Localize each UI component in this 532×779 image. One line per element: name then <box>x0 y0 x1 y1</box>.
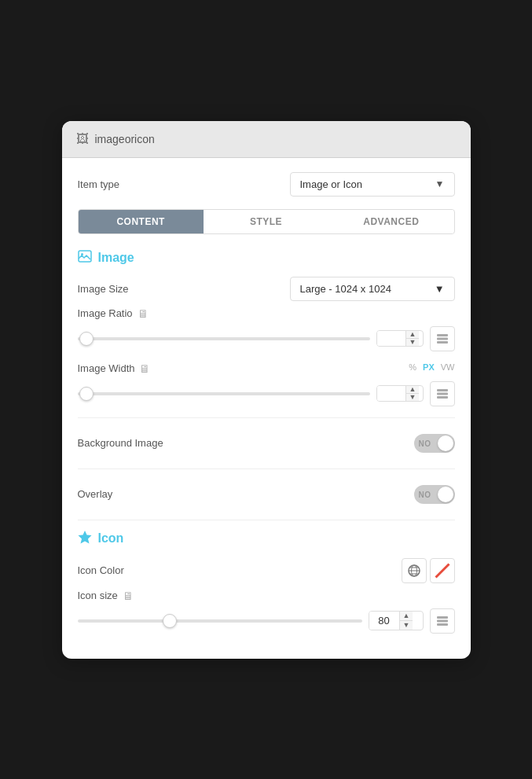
image-width-input[interactable] <box>377 386 405 401</box>
divider-1 <box>78 417 455 418</box>
image-ratio-track <box>78 337 370 340</box>
icon-size-spin-down[interactable]: ▼ <box>400 621 413 630</box>
item-type-value: Image or Icon <box>300 178 363 190</box>
icon-size-label: Icon size 🖥 <box>78 590 134 602</box>
icon-size-track <box>78 619 362 623</box>
icon-size-input[interactable]: 80 <box>369 612 399 630</box>
image-width-input-group: ▲ ▼ <box>376 385 424 402</box>
image-title-text: Image <box>98 251 134 265</box>
svg-rect-7 <box>437 396 448 399</box>
overlay-no-label: NO <box>419 490 431 498</box>
svg-rect-4 <box>437 341 448 344</box>
tab-advanced[interactable]: ADVANCED <box>328 210 453 233</box>
tabs-row: CONTENT STYLE ADVANCED <box>78 209 455 234</box>
background-image-track[interactable]: NO <box>414 434 455 453</box>
tab-content[interactable]: CONTENT <box>79 210 204 233</box>
icon-size-row: Icon size 🖥 <box>78 590 455 602</box>
image-width-track <box>78 392 370 395</box>
svg-rect-5 <box>437 389 448 391</box>
image-ratio-spin-controls: ▲ ▼ <box>405 331 420 346</box>
image-width-thumb[interactable] <box>79 387 94 401</box>
icon-color-controls <box>402 558 455 583</box>
svg-rect-2 <box>437 334 448 336</box>
icon-color-label: Icon Color <box>78 564 124 576</box>
overlay-track[interactable]: NO <box>414 485 455 504</box>
unit-vw[interactable]: VW <box>441 362 455 372</box>
unit-percent[interactable]: % <box>409 362 416 372</box>
svg-rect-16 <box>437 623 448 626</box>
icon-size-slider-row: 80 ▲ ▼ <box>78 608 455 634</box>
image-size-value: Large - 1024 x 1024 <box>300 283 391 295</box>
icon-color-swatch[interactable] <box>430 558 455 583</box>
image-size-dropdown[interactable]: Large - 1024 x 1024 ▼ <box>290 277 455 301</box>
icon-size-thumb[interactable] <box>163 614 177 628</box>
divider-3 <box>78 520 455 520</box>
background-image-no-label: NO <box>419 439 431 447</box>
icon-section-star-icon <box>78 530 92 547</box>
image-ratio-thumb[interactable] <box>79 332 94 346</box>
overlay-label: Overlay <box>78 488 113 500</box>
panel-header-icon: 🖼 <box>76 132 89 146</box>
image-ratio-spin-down[interactable]: ▼ <box>406 339 420 346</box>
icon-section: Icon Icon Color <box>78 530 455 634</box>
image-size-arrow-icon: ▼ <box>435 283 445 295</box>
icon-size-input-group: 80 ▲ ▼ <box>369 611 424 630</box>
image-ratio-input[interactable] <box>377 331 405 346</box>
image-width-slider-row: ▲ ▼ <box>78 381 455 406</box>
image-width-spin-controls: ▲ ▼ <box>405 386 420 401</box>
item-type-label: Item type <box>78 178 119 190</box>
image-width-units: % PX VW <box>409 362 454 372</box>
overlay-toggle[interactable]: NO <box>414 485 455 504</box>
image-ratio-monitor-icon: 🖥 <box>138 307 149 320</box>
background-image-knob <box>438 435 453 451</box>
panel-body: Item type Image or Icon ▼ CONTENT STYLE … <box>62 158 471 659</box>
background-image-toggle[interactable]: NO <box>414 434 455 453</box>
icon-color-row: Icon Color <box>78 558 455 583</box>
icon-size-spin-controls: ▲ ▼ <box>399 612 413 630</box>
icon-size-stack-btn[interactable] <box>430 608 455 634</box>
icon-section-title: Icon <box>78 530 455 547</box>
image-width-label: Image Width 🖥 <box>78 362 151 375</box>
svg-rect-6 <box>437 392 448 395</box>
image-section-icon <box>78 250 92 266</box>
unit-px[interactable]: PX <box>423 362 435 372</box>
svg-marker-8 <box>78 531 91 544</box>
icon-title-text: Icon <box>98 531 124 546</box>
item-type-dropdown[interactable]: Image or Icon ▼ <box>290 172 455 197</box>
icon-color-globe-btn[interactable] <box>402 558 427 583</box>
image-ratio-slider[interactable] <box>78 331 370 347</box>
panel-header: 🖼 imageoricon <box>62 121 471 158</box>
image-ratio-row: Image Ratio 🖥 <box>78 307 455 320</box>
image-size-label: Image Size <box>78 283 129 295</box>
icon-color-diagonal <box>431 559 454 582</box>
image-size-row: Image Size Large - 1024 x 1024 ▼ <box>78 277 455 301</box>
image-section-title: Image <box>78 250 455 266</box>
background-image-row: Background Image NO <box>78 428 455 459</box>
dropdown-arrow-icon: ▼ <box>435 178 445 189</box>
image-ratio-label: Image Ratio 🖥 <box>78 307 149 320</box>
icon-size-monitor-icon: 🖥 <box>123 590 134 602</box>
image-width-stack-btn[interactable] <box>430 381 455 406</box>
background-image-label: Background Image <box>78 437 163 449</box>
image-ratio-stack-btn[interactable] <box>430 326 455 351</box>
tab-style[interactable]: STYLE <box>204 210 328 233</box>
svg-rect-3 <box>437 337 448 340</box>
icon-size-slider[interactable] <box>78 613 362 629</box>
divider-2 <box>78 469 455 469</box>
image-ratio-input-group: ▲ ▼ <box>376 330 424 347</box>
svg-rect-15 <box>437 619 448 622</box>
overlay-row: Overlay NO <box>78 479 455 510</box>
image-width-row: Image Width 🖥 % PX VW <box>78 362 455 375</box>
svg-rect-14 <box>437 616 448 619</box>
image-ratio-slider-row: ▲ ▼ <box>78 326 455 351</box>
image-width-slider[interactable] <box>78 386 370 402</box>
overlay-knob <box>438 487 453 502</box>
image-width-monitor-icon: 🖥 <box>139 362 150 375</box>
image-section: Image Image Size Large - 1024 x 1024 ▼ I… <box>78 250 455 406</box>
panel-header-title: imageoricon <box>95 133 155 145</box>
settings-panel: 🖼 imageoricon Item type Image or Icon ▼ … <box>62 121 471 659</box>
item-type-row: Item type Image or Icon ▼ <box>78 172 455 197</box>
image-width-spin-down[interactable]: ▼ <box>406 394 420 401</box>
icon-size-spin-up[interactable]: ▲ <box>400 612 413 621</box>
